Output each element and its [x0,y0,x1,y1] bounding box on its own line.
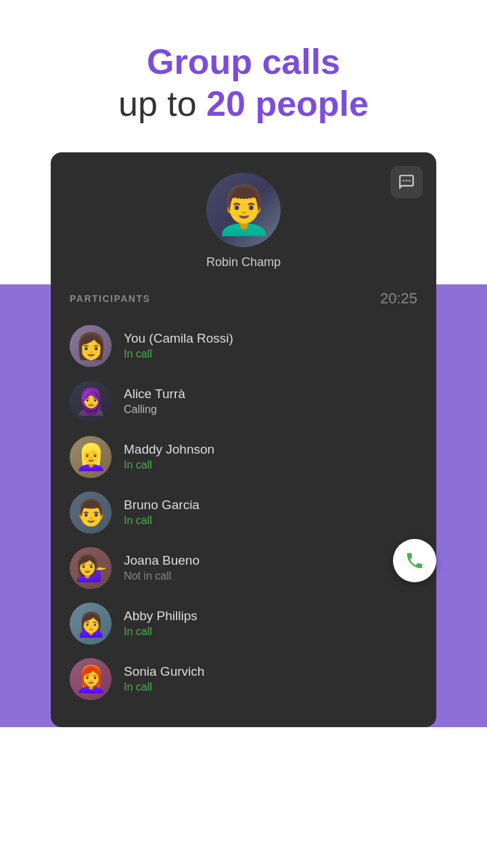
participants-section: PARTICIPANTS 20:25 You (Camila Rossi) In… [51,283,436,714]
participant-row-joana: Joana Bueno Not in call [64,540,423,596]
participants-header: PARTICIPANTS 20:25 [64,290,423,307]
participant-row-abby: Abby Phillips In call [64,596,423,651]
chat-button[interactable] [390,166,423,198]
name-sonia: Sonia Gurvich [124,664,417,679]
header-line2-highlight: 20 people [206,84,369,123]
status-bruno: In call [124,515,417,527]
name-camila: You (Camila Rossi) [124,331,417,346]
status-camila: In call [124,348,417,360]
info-maddy: Maddy Johnson In call [124,442,417,471]
status-abby: In call [124,626,417,638]
header-title: Group calls up to 20 people [27,41,460,125]
info-sonia: Sonia Gurvich In call [124,664,417,693]
avatar-joana [70,547,112,589]
avatar-camila [70,325,112,367]
participant-row-maddy: Maddy Johnson In call [64,429,423,485]
name-bruno: Bruno Garcia [124,498,417,513]
name-maddy: Maddy Johnson [124,442,417,457]
status-joana: Not in call [124,570,417,582]
host-section: Robin Champ [51,152,436,283]
status-maddy: In call [124,459,417,471]
status-sonia: In call [124,681,417,693]
call-fab-button[interactable] [393,539,436,582]
participants-label: PARTICIPANTS [70,293,150,304]
name-joana: Joana Bueno [124,553,417,568]
avatar-sonia [70,658,112,700]
phone-icon [404,550,425,571]
avatar-bruno [70,492,112,534]
info-abby: Abby Phillips In call [124,609,417,638]
info-joana: Joana Bueno Not in call [124,553,417,582]
participant-row-sonia: Sonia Gurvich In call [64,651,423,707]
main-card: Robin Champ PARTICIPANTS 20:25 You (Cami… [51,152,436,727]
avatar-abby [70,603,112,645]
name-alice: Alice Turrà [124,387,417,402]
chat-icon [398,173,415,191]
avatar-maddy [70,436,112,478]
header-line1: Group calls [147,42,340,81]
info-bruno: Bruno Garcia In call [124,498,417,527]
host-avatar [206,173,281,247]
info-camila: You (Camila Rossi) In call [124,331,417,360]
participant-row-camila: You (Camila Rossi) In call [64,318,423,374]
call-timer: 20:25 [380,290,417,307]
header-section: Group calls up to 20 people [0,0,487,152]
avatar-alice [70,381,112,422]
participant-row-bruno: Bruno Garcia In call [64,485,423,540]
info-alice: Alice Turrà Calling [124,387,417,416]
host-name: Robin Champ [206,255,281,269]
header-line2-normal: up to [118,84,206,123]
name-abby: Abby Phillips [124,609,417,624]
participants-list: You (Camila Rossi) In call Alice Turrà C… [64,318,423,707]
participant-row-alice: Alice Turrà Calling [64,374,423,429]
status-alice: Calling [124,404,417,416]
